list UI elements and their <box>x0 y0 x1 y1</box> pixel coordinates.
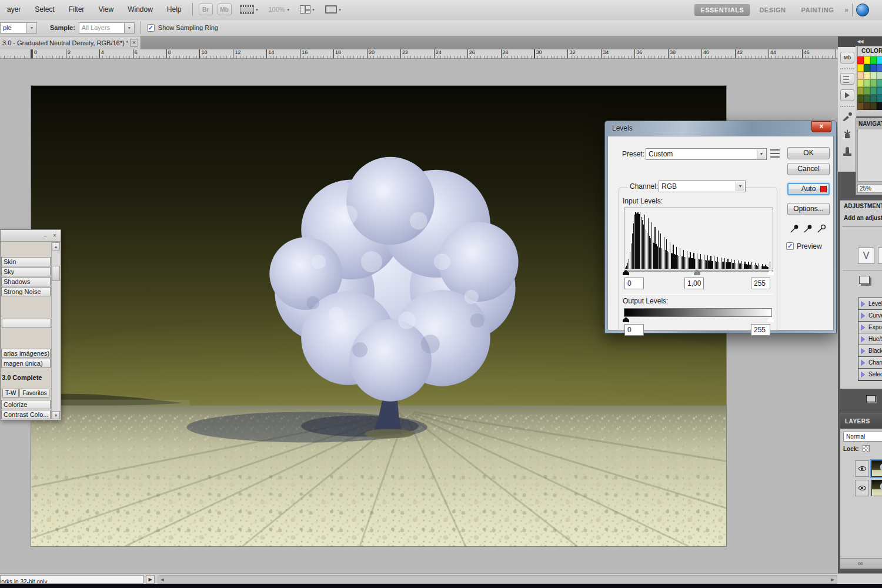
mini-bridge-button[interactable]: Mb <box>218 4 232 15</box>
color-swatch[interactable] <box>864 72 870 79</box>
disclosure-triangle-icon[interactable] <box>861 301 865 307</box>
color-swatch[interactable] <box>870 102 877 110</box>
menu-item-view[interactable]: View <box>91 0 121 19</box>
mini-bridge-panel-icon[interactable]: Mb <box>840 52 854 64</box>
brush-panel-icon[interactable] <box>840 111 854 122</box>
layer-mask-icon[interactable] <box>859 276 870 284</box>
preset-dropdown[interactable]: Custom ▼ <box>646 148 767 160</box>
adjustment-preset-exposure-presets[interactable]: Exposure Presets <box>858 322 882 333</box>
workspace-painting[interactable]: PAINTING <box>796 4 840 16</box>
color-swatch[interactable] <box>864 102 870 110</box>
layer-visibility-cell[interactable] <box>855 460 869 477</box>
color-swatch[interactable] <box>857 102 864 110</box>
scroll-thumb[interactable] <box>52 266 60 281</box>
workspace-overflow-icon[interactable]: » <box>844 6 848 14</box>
adjustment-preset-levels-presets[interactable]: Levels Presets <box>858 298 882 310</box>
color-swatch[interactable] <box>877 102 882 110</box>
tool-preset-panel-icon[interactable] <box>840 128 854 140</box>
scroll-right-icon[interactable]: ▶ <box>828 576 837 583</box>
chevron-down-icon[interactable]: ▼ <box>338 8 342 12</box>
disclosure-triangle-icon[interactable] <box>861 336 865 342</box>
preset-button[interactable]: arias imágenes) <box>1 349 51 358</box>
input-gamma-field[interactable]: 1,00 <box>684 278 704 289</box>
disclosure-triangle-icon[interactable] <box>861 325 865 330</box>
menu-item-ayer[interactable]: ayer <box>0 0 28 19</box>
preset-button-shadows[interactable]: Shadows <box>1 277 51 286</box>
layer-row[interactable] <box>840 479 882 497</box>
photo-filter-icon[interactable] <box>878 248 882 264</box>
input-white-field[interactable]: 255 <box>751 278 770 289</box>
layer-row[interactable] <box>840 459 882 478</box>
adjustment-preset-channel-mixer-presets[interactable]: Channel Mixer Presets <box>858 357 882 369</box>
arrange-documents-icon[interactable] <box>300 5 310 14</box>
color-swatch[interactable] <box>870 79 877 87</box>
color-swatch[interactable] <box>864 79 870 87</box>
preset-button-contrast-colo-[interactable]: Contrast Colo... <box>1 410 51 419</box>
close-icon[interactable]: × <box>811 121 831 132</box>
workspace-essentials[interactable]: ESSENTIALS <box>694 4 750 16</box>
panel-title-bar[interactable]: – × <box>1 230 61 242</box>
menu-item-window[interactable]: Window <box>121 0 160 19</box>
color-swatch[interactable] <box>877 64 882 72</box>
preset-button[interactable]: magen única) <box>1 359 51 368</box>
color-swatch[interactable] <box>864 64 870 72</box>
disclosure-triangle-icon[interactable] <box>861 360 865 366</box>
color-swatch[interactable] <box>877 95 882 102</box>
document-info-field[interactable]: works in 32-bit only <box>0 575 143 584</box>
navigator-zoom-field[interactable]: 25% <box>857 184 882 193</box>
color-swatch[interactable] <box>877 56 882 64</box>
disclosure-triangle-icon[interactable] <box>861 372 865 377</box>
color-swatch[interactable] <box>864 87 870 95</box>
color-swatch[interactable] <box>870 64 877 72</box>
stamp-panel-icon[interactable] <box>840 146 854 158</box>
color-swatch[interactable] <box>857 64 864 72</box>
input-black-field[interactable]: 0 <box>624 278 644 289</box>
adjustment-preset-curves-presets[interactable]: Curves Presets <box>858 310 882 322</box>
chevron-down-icon[interactable]: ▼ <box>125 22 135 34</box>
layer-thumbnail[interactable] <box>871 480 882 496</box>
menu-item-select[interactable]: Select <box>28 0 61 19</box>
adjustment-preset-hue-saturation-presets[interactable]: Hue/Saturation Presets <box>858 333 882 345</box>
actions-play-icon[interactable] <box>840 89 854 101</box>
color-swatch[interactable] <box>877 72 882 79</box>
channel-dropdown[interactable]: RGB ▼ <box>659 181 746 192</box>
auto-button[interactable]: Auto <box>787 183 830 195</box>
clone-source-panel-icon[interactable] <box>840 73 854 85</box>
preset-options-icon[interactable] <box>770 149 780 158</box>
layer-visibility-cell[interactable] <box>855 480 869 496</box>
document-tab[interactable]: 3.0 - Graduated Neutral Density, RGB/16*… <box>0 36 141 49</box>
close-icon[interactable]: × <box>50 232 59 240</box>
eye-icon[interactable] <box>858 486 866 490</box>
menu-item-filter[interactable]: Filter <box>62 0 92 19</box>
color-swatch[interactable] <box>877 79 882 87</box>
scroll-left-icon[interactable]: ◀ <box>158 576 166 583</box>
tab-color[interactable]: COLOR <box>857 46 882 56</box>
preset-button-colorize[interactable]: Colorize <box>1 400 51 409</box>
tab-navigator[interactable]: NAVIGATOR <box>858 121 882 127</box>
disclosure-triangle-icon[interactable] <box>861 348 865 354</box>
tab-t-w[interactable]: T-W <box>2 389 19 397</box>
sample-layers-dropdown[interactable]: All Layers <box>79 22 125 34</box>
ok-button[interactable]: OK <box>787 147 830 159</box>
color-swatch[interactable] <box>857 56 864 64</box>
color-swatch[interactable] <box>864 95 870 102</box>
color-swatch[interactable] <box>857 87 864 95</box>
menu-item-help[interactable]: Help <box>160 0 189 19</box>
adjustment-preset-black-white-presets[interactable]: Black & White Presets <box>858 345 882 357</box>
preset-button-strong-noise[interactable]: Strong Noise <box>1 287 51 296</box>
view-extras-icon[interactable] <box>240 5 254 14</box>
layer-thumbnail[interactable] <box>871 460 882 477</box>
blank-button[interactable] <box>2 319 51 328</box>
bridge-button[interactable]: Br <box>199 4 213 15</box>
cancel-button[interactable]: Cancel <box>787 163 830 175</box>
chevron-down-icon[interactable]: ▼ <box>286 8 290 12</box>
minimize-icon[interactable]: – <box>41 232 50 240</box>
gradient-map-icon[interactable]: V <box>858 248 874 264</box>
vertical-scrollbar[interactable]: ▲ ▼ <box>51 242 60 419</box>
options-button[interactable]: Options... <box>787 203 830 215</box>
output-black-field[interactable]: 0 <box>624 324 644 336</box>
preview-checkbox[interactable]: ✓ <box>786 242 794 250</box>
disclosure-triangle-icon[interactable] <box>861 313 865 319</box>
blend-mode-dropdown[interactable]: Normal <box>843 432 882 442</box>
color-swatch[interactable] <box>877 87 882 95</box>
